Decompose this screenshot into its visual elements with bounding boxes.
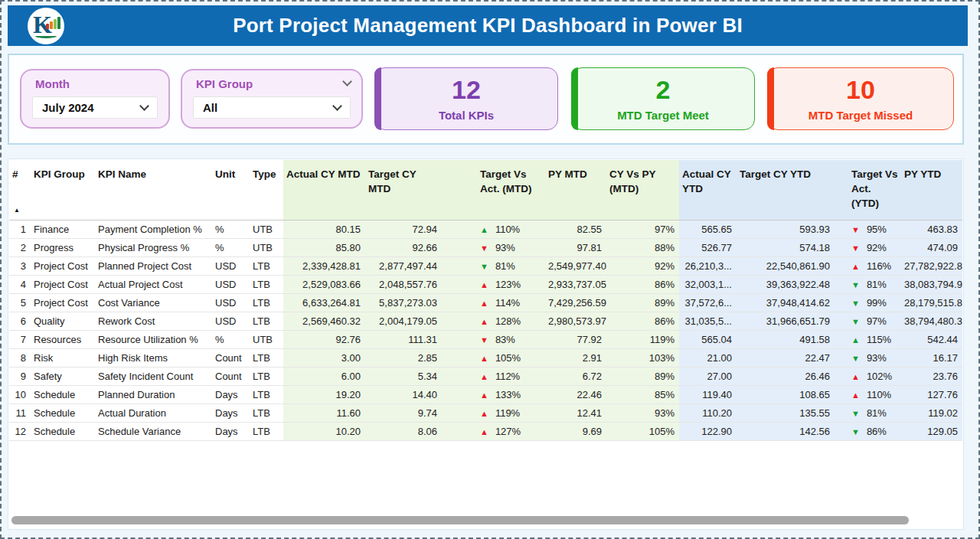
kpi-table-panel: #▲ KPI Group KPI Name Unit Type Actual C… [8, 158, 964, 530]
kpi-group-dropdown-value: All [203, 101, 217, 114]
table-row[interactable]: 9SafetySafety Incident CountCountLTB 6.0… [9, 367, 962, 385]
logo-swoosh [35, 34, 57, 38]
trend-arrow-icon: ▼ [851, 299, 860, 308]
kpi-group-slicer: KPI Group All [181, 69, 363, 129]
col-header-index[interactable]: #▲ [9, 160, 31, 220]
table-row[interactable]: 4Project CostActual Project CostUSDLTB 2… [9, 275, 962, 293]
col-header-target-vs-act-mtd[interactable]: Target Vs Act. (MTD) [442, 160, 545, 220]
col-header-cy-vs-py-mtd[interactable]: CY Vs PY (MTD) [606, 160, 679, 220]
col-header-target-cy-mtd[interactable]: Target CY MTD [365, 160, 442, 220]
col-header-actual-cy-ytd[interactable]: Actual CY YTD [679, 160, 737, 220]
table-row[interactable]: 1FinancePayment Completion %%UTB 80.1572… [9, 220, 962, 238]
table-row[interactable]: 11ScheduleActual DurationDaysLTB 11.609.… [9, 403, 962, 422]
trend-arrow-icon: ▲ [851, 372, 860, 381]
trend-arrow-icon: ▼ [480, 335, 488, 345]
col-header-kpi-group[interactable]: KPI Group [31, 160, 95, 220]
table-row[interactable]: 8RiskHigh Risk ItemsCountLTB 3.002.85 ▲1… [9, 348, 962, 367]
company-logo-icon: K [28, 8, 64, 44]
table-row[interactable]: 12ScheduleSchedule VarianceDaysLTB 10.20… [9, 422, 962, 440]
trend-arrow-icon: ▲ [480, 427, 488, 436]
trend-arrow-icon: ▼ [851, 317, 860, 326]
table-row[interactable]: 3Project CostPlanned Project CostUSDLTB … [9, 256, 962, 275]
trend-arrow-icon: ▲ [851, 390, 860, 400]
trend-arrow-icon: ▼ [480, 243, 488, 253]
col-header-py-mtd[interactable]: PY MTD [545, 160, 606, 220]
page-title: Port Project Management KPI Dashboard in… [8, 14, 968, 38]
month-dropdown-value: July 2024 [42, 101, 94, 114]
col-header-py-ytd[interactable]: PY YTD [901, 160, 962, 220]
chevron-down-icon[interactable] [332, 101, 342, 111]
trend-arrow-icon: ▲ [480, 225, 488, 234]
table-row[interactable]: 6QualityRework CostUSDLTB 2,569,460.322,… [9, 312, 962, 330]
sort-ascending-icon: ▲ [14, 206, 20, 214]
trend-arrow-icon: ▲ [480, 299, 488, 308]
col-header-unit[interactable]: Unit [212, 160, 250, 220]
trend-arrow-icon: ▼ [851, 427, 860, 436]
col-header-type[interactable]: Type [250, 160, 283, 220]
table-row[interactable]: 10SchedulePlanned DurationDaysLTB 19.201… [9, 385, 962, 403]
trend-arrow-icon: ▲ [480, 280, 488, 289]
filter-panel: Month July 2024 KPI Group All 12 Total K… [8, 54, 964, 145]
chevron-down-icon[interactable] [139, 101, 149, 111]
trend-arrow-icon: ▼ [480, 262, 488, 271]
month-slicer-label: Month [35, 77, 70, 90]
trend-arrow-icon: ▲ [480, 390, 488, 400]
total-kpis-label: Total KPIs [439, 109, 494, 122]
mtd-target-missed-label: MTD Target Missed [808, 109, 913, 122]
horizontal-scrollbar[interactable] [11, 516, 909, 524]
month-dropdown[interactable]: July 2024 [32, 96, 158, 119]
trend-arrow-icon: ▲ [480, 372, 488, 381]
mtd-target-missed-card: 10 MTD Target Missed [767, 67, 954, 130]
mtd-target-meet-card: 2 MTD Target Meet [571, 67, 755, 130]
trend-arrow-icon: ▼ [851, 225, 860, 234]
chevron-down-icon[interactable] [342, 77, 352, 87]
month-slicer: Month July 2024 [20, 69, 170, 129]
total-kpis-card: 12 Total KPIs [374, 67, 558, 130]
trend-arrow-icon: ▼ [851, 280, 860, 289]
dashboard-canvas: K Port Project Management KPI Dashboard … [0, 0, 980, 539]
header-bar: K Port Project Management KPI Dashboard … [8, 5, 968, 46]
table-row[interactable]: 5Project CostCost VarianceUSDLTB 6,633,2… [9, 293, 962, 312]
table-row[interactable]: 2ProgressPhysical Progress %%UTB 85.8092… [9, 238, 962, 256]
mtd-target-meet-value: 2 [656, 76, 671, 104]
col-header-target-cy-ytd[interactable]: Target CY YTD [737, 160, 835, 220]
col-header-kpi-name[interactable]: KPI Name [95, 160, 212, 220]
trend-arrow-icon: ▲ [480, 317, 488, 326]
col-header-target-vs-act-ytd[interactable]: Target Vs Act. (YTD) [835, 160, 901, 220]
trend-arrow-icon: ▲ [480, 409, 488, 418]
trend-arrow-icon: ▼ [851, 243, 860, 253]
mtd-target-missed-value: 10 [846, 76, 875, 104]
table-row[interactable]: 7ResourcesResource Utilization %%UTB 92.… [9, 330, 962, 348]
trend-arrow-icon: ▲ [851, 335, 860, 345]
kpi-table: #▲ KPI Group KPI Name Unit Type Actual C… [9, 160, 962, 441]
col-header-actual-cy-mtd[interactable]: Actual CY MTD [283, 160, 365, 220]
trend-arrow-icon: ▼ [851, 409, 860, 418]
trend-arrow-icon: ▼ [851, 354, 860, 363]
total-kpis-value: 12 [452, 76, 481, 104]
logo-bar-chart-icon [46, 17, 60, 29]
trend-arrow-icon: ▲ [851, 262, 860, 271]
kpi-group-slicer-label: KPI Group [196, 77, 253, 90]
trend-arrow-icon: ▲ [480, 354, 488, 363]
kpi-group-dropdown[interactable]: All [193, 96, 351, 119]
table-header-row: #▲ KPI Group KPI Name Unit Type Actual C… [9, 160, 962, 220]
mtd-target-meet-label: MTD Target Meet [617, 109, 709, 122]
